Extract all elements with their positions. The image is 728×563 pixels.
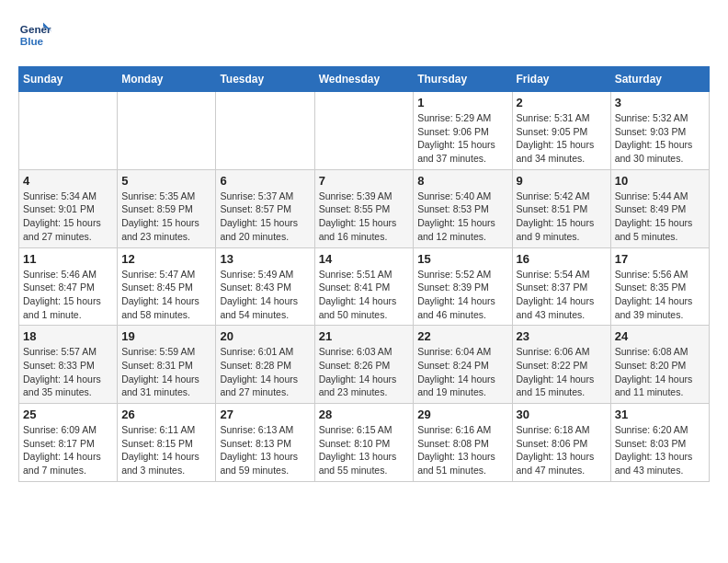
page-header: General Blue [18,18,710,52]
calendar-cell: 16Sunrise: 5:54 AM Sunset: 8:37 PM Dayli… [512,247,610,326]
day-number: 3 [615,96,705,109]
day-info: Sunrise: 5:51 AM Sunset: 8:41 PM Dayligh… [319,268,410,322]
day-info: Sunrise: 6:03 AM Sunset: 8:26 PM Dayligh… [319,345,410,399]
day-number: 18 [23,329,113,343]
day-number: 13 [220,252,310,266]
day-info: Sunrise: 5:47 AM Sunset: 8:45 PM Dayligh… [121,268,211,322]
day-info: Sunrise: 5:29 AM Sunset: 9:06 PM Dayligh… [417,111,507,166]
day-info: Sunrise: 5:44 AM Sunset: 8:49 PM Dayligh… [615,190,705,244]
calendar-cell: 12Sunrise: 5:47 AM Sunset: 8:45 PM Dayli… [118,247,216,326]
day-info: Sunrise: 5:42 AM Sunset: 8:51 PM Dayligh… [517,190,607,244]
calendar-cell [19,92,118,170]
calendar-cell: 19Sunrise: 5:59 AM Sunset: 8:31 PM Dayli… [118,326,216,404]
day-info: Sunrise: 6:15 AM Sunset: 8:10 PM Dayligh… [319,423,410,477]
day-number: 31 [615,408,705,421]
calendar-cell: 22Sunrise: 6:04 AM Sunset: 8:24 PM Dayli… [414,326,512,404]
calendar-cell: 7Sunrise: 5:39 AM Sunset: 8:55 PM Daylig… [314,169,414,247]
weekday-header-thursday: Thursday [414,67,512,92]
calendar-cell: 13Sunrise: 5:49 AM Sunset: 8:43 PM Dayli… [216,247,314,326]
day-number: 29 [417,408,507,421]
day-info: Sunrise: 6:13 AM Sunset: 8:13 PM Dayligh… [220,423,310,477]
day-number: 28 [319,408,410,421]
calendar-cell: 3Sunrise: 5:32 AM Sunset: 9:03 PM Daylig… [610,92,709,170]
calendar-cell: 20Sunrise: 6:01 AM Sunset: 8:28 PM Dayli… [216,326,314,404]
day-number: 11 [23,252,113,266]
calendar-cell [118,92,216,170]
day-info: Sunrise: 5:52 AM Sunset: 8:39 PM Dayligh… [417,268,507,322]
day-info: Sunrise: 5:32 AM Sunset: 9:03 PM Dayligh… [615,111,705,166]
calendar-cell: 18Sunrise: 5:57 AM Sunset: 8:33 PM Dayli… [19,326,118,404]
day-info: Sunrise: 6:04 AM Sunset: 8:24 PM Dayligh… [417,345,507,399]
calendar-cell: 25Sunrise: 6:09 AM Sunset: 8:17 PM Dayli… [19,404,118,482]
day-number: 5 [121,174,211,188]
day-number: 4 [23,174,113,188]
day-number: 8 [417,174,507,188]
calendar-cell [216,92,314,170]
calendar-cell: 31Sunrise: 6:20 AM Sunset: 8:03 PM Dayli… [610,404,709,482]
day-number: 19 [121,329,211,343]
day-info: Sunrise: 6:08 AM Sunset: 8:20 PM Dayligh… [615,345,705,399]
day-number: 20 [220,329,310,343]
calendar-cell: 4Sunrise: 5:34 AM Sunset: 9:01 PM Daylig… [19,169,118,247]
day-info: Sunrise: 5:34 AM Sunset: 9:01 PM Dayligh… [23,190,113,244]
week-row-5: 25Sunrise: 6:09 AM Sunset: 8:17 PM Dayli… [19,404,710,482]
day-info: Sunrise: 5:31 AM Sunset: 9:05 PM Dayligh… [517,111,607,166]
day-info: Sunrise: 5:46 AM Sunset: 8:47 PM Dayligh… [23,268,113,322]
day-number: 25 [23,408,113,421]
week-row-4: 18Sunrise: 5:57 AM Sunset: 8:33 PM Dayli… [19,326,710,404]
calendar-cell: 23Sunrise: 6:06 AM Sunset: 8:22 PM Dayli… [512,326,610,404]
day-info: Sunrise: 6:16 AM Sunset: 8:08 PM Dayligh… [417,423,507,477]
day-info: Sunrise: 6:09 AM Sunset: 8:17 PM Dayligh… [23,423,113,477]
day-info: Sunrise: 6:06 AM Sunset: 8:22 PM Dayligh… [517,345,607,399]
day-number: 30 [517,408,607,421]
calendar-cell: 9Sunrise: 5:42 AM Sunset: 8:51 PM Daylig… [512,169,610,247]
day-number: 15 [417,252,507,266]
day-number: 24 [615,329,705,343]
day-info: Sunrise: 5:56 AM Sunset: 8:35 PM Dayligh… [615,268,705,322]
calendar-cell: 8Sunrise: 5:40 AM Sunset: 8:53 PM Daylig… [414,169,512,247]
calendar-cell: 15Sunrise: 5:52 AM Sunset: 8:39 PM Dayli… [414,247,512,326]
day-number: 2 [517,96,607,109]
day-info: Sunrise: 5:40 AM Sunset: 8:53 PM Dayligh… [417,190,507,244]
logo: General Blue [18,18,55,52]
day-number: 22 [417,329,507,343]
day-info: Sunrise: 5:35 AM Sunset: 8:59 PM Dayligh… [121,190,211,244]
day-number: 9 [517,174,607,188]
calendar-cell: 29Sunrise: 6:16 AM Sunset: 8:08 PM Dayli… [414,404,512,482]
weekday-header-monday: Monday [118,67,216,92]
calendar-cell: 28Sunrise: 6:15 AM Sunset: 8:10 PM Dayli… [314,404,414,482]
day-number: 14 [319,252,410,266]
weekday-header-sunday: Sunday [19,67,118,92]
calendar-cell: 6Sunrise: 5:37 AM Sunset: 8:57 PM Daylig… [216,169,314,247]
week-row-2: 4Sunrise: 5:34 AM Sunset: 9:01 PM Daylig… [19,169,710,247]
calendar-cell: 17Sunrise: 5:56 AM Sunset: 8:35 PM Dayli… [610,247,709,326]
calendar-cell: 21Sunrise: 6:03 AM Sunset: 8:26 PM Dayli… [314,326,414,404]
calendar-cell: 24Sunrise: 6:08 AM Sunset: 8:20 PM Dayli… [610,326,709,404]
day-info: Sunrise: 5:54 AM Sunset: 8:37 PM Dayligh… [517,268,607,322]
day-number: 6 [220,174,310,188]
svg-text:General: General [20,23,51,35]
day-number: 10 [615,174,705,188]
day-info: Sunrise: 5:39 AM Sunset: 8:55 PM Dayligh… [319,190,410,244]
logo-icon: General Blue [18,18,51,52]
day-info: Sunrise: 6:01 AM Sunset: 8:28 PM Dayligh… [220,345,310,399]
day-number: 26 [121,408,211,421]
day-number: 16 [517,252,607,266]
calendar-cell: 10Sunrise: 5:44 AM Sunset: 8:49 PM Dayli… [610,169,709,247]
calendar-cell: 30Sunrise: 6:18 AM Sunset: 8:06 PM Dayli… [512,404,610,482]
day-info: Sunrise: 6:20 AM Sunset: 8:03 PM Dayligh… [615,423,705,477]
day-number: 21 [319,329,410,343]
week-row-3: 11Sunrise: 5:46 AM Sunset: 8:47 PM Dayli… [19,247,710,326]
day-info: Sunrise: 6:11 AM Sunset: 8:15 PM Dayligh… [121,423,211,477]
calendar-cell: 5Sunrise: 5:35 AM Sunset: 8:59 PM Daylig… [118,169,216,247]
day-number: 1 [417,96,507,109]
calendar-cell: 1Sunrise: 5:29 AM Sunset: 9:06 PM Daylig… [414,92,512,170]
weekday-header-saturday: Saturday [610,67,709,92]
day-info: Sunrise: 5:49 AM Sunset: 8:43 PM Dayligh… [220,268,310,322]
svg-text:Blue: Blue [20,35,44,47]
day-info: Sunrise: 5:37 AM Sunset: 8:57 PM Dayligh… [220,190,310,244]
day-number: 7 [319,174,410,188]
day-info: Sunrise: 6:18 AM Sunset: 8:06 PM Dayligh… [517,423,607,477]
weekday-header-tuesday: Tuesday [216,67,314,92]
day-info: Sunrise: 5:59 AM Sunset: 8:31 PM Dayligh… [121,345,211,399]
